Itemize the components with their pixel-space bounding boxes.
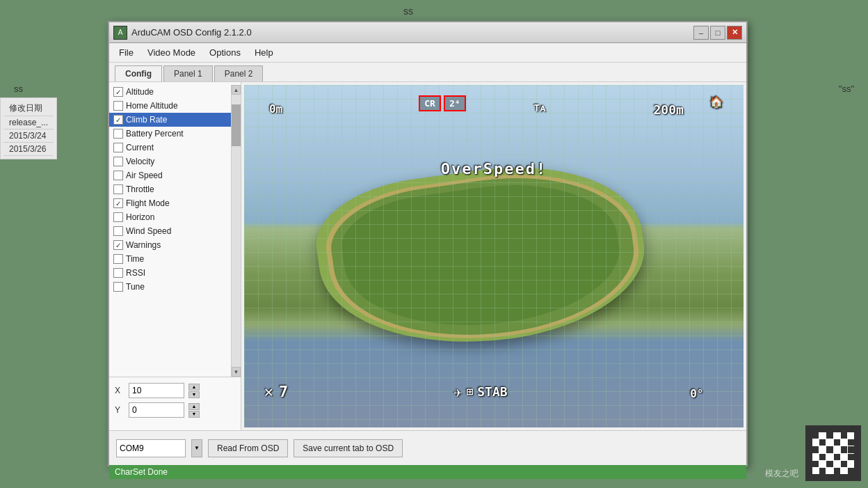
config-item-current[interactable]: Current [109, 141, 241, 155]
checkbox-air-speed[interactable] [113, 171, 123, 180]
hud-box-val: 2⁴ [444, 95, 466, 111]
restore-button[interactable]: □ [710, 26, 725, 40]
checkbox-horizon[interactable] [113, 212, 123, 222]
x-spinner: ▲ ▼ [188, 384, 200, 398]
config-item-horizon[interactable]: Horizon [109, 210, 241, 224]
x-input[interactable] [129, 383, 184, 398]
checkbox-tune[interactable] [113, 282, 123, 292]
hud-ta-label: Tᴀ [533, 102, 545, 113]
main-content: ✓ Altitude Home Altitude ✓ Climb Rate Ba… [109, 82, 746, 430]
tab-panel1[interactable]: Panel 1 [163, 65, 213, 81]
menu-file[interactable]: File [112, 45, 140, 61]
checkbox-flight-mode[interactable]: ✓ [113, 198, 123, 208]
hud-overspeed: OverSpeed! [441, 160, 547, 178]
scroll-up[interactable]: ▲ [232, 85, 241, 95]
y-spinner: ▲ ▼ [188, 403, 200, 418]
checkbox-climb-rate[interactable]: ✓ [113, 115, 123, 125]
hud-cross-icon: ✕ [264, 383, 273, 400]
menu-bar: File Video Mode Options Help [109, 43, 746, 63]
hud-top-distance: 200m [653, 102, 683, 117]
checkbox-rssi[interactable] [113, 268, 123, 278]
config-item-wind-speed[interactable]: Wind Speed [109, 224, 241, 238]
hud-top-boxes: CR 2⁴ [419, 95, 465, 111]
x-label: X [115, 386, 124, 395]
window-title: ArduCAM OSD Config 2.1.2.0 [131, 27, 252, 38]
hud-box-cr: CR [419, 95, 441, 111]
checkbox-home-altitude[interactable] [113, 101, 123, 111]
com-port-input[interactable] [116, 439, 186, 457]
bg-table: 修改日期 release_... 2015/3/24 2015/3/26 [0, 97, 57, 159]
checkbox-battery-percent[interactable] [113, 129, 123, 139]
com-dropdown[interactable]: ▼ [191, 439, 202, 457]
app-icon: A [113, 26, 127, 40]
y-increment[interactable]: ▲ [188, 403, 200, 410]
tab-config[interactable]: Config [115, 65, 162, 81]
scrollbar-thumb[interactable] [232, 104, 241, 146]
bg-table-row1-label: release_... [3, 116, 54, 129]
x-decrement[interactable]: ▼ [188, 391, 200, 398]
config-item-warnings[interactable]: ✓ Warnings [109, 238, 241, 252]
hud-bottom-left: ✕ 7 [264, 383, 289, 400]
app-window: A ArduCAM OSD Config 2.1.2.0 – □ ✕ File … [108, 21, 748, 466]
bg-table-row1: 2015/3/24 [3, 129, 54, 143]
hud-plane-icon: ✈ [454, 384, 463, 400]
scroll-down[interactable]: ▼ [232, 367, 241, 377]
y-input[interactable] [129, 402, 184, 418]
checkbox-throttle[interactable] [113, 184, 123, 194]
checkbox-current[interactable] [113, 143, 123, 152]
hud-altitude: 0m [269, 102, 282, 116]
osd-preview: 0m CR 2⁴ Tᴀ 200m 🏠 OverSpeed! ✕ 7 [244, 85, 744, 427]
config-item-velocity[interactable]: Velocity [109, 155, 241, 168]
scrollbar[interactable]: ▲ ▼ [231, 85, 241, 377]
config-item-flight-mode[interactable]: ✓ Flight Mode [109, 196, 241, 210]
hud-bottom-center: ✈ ⊞ STAB [454, 384, 508, 400]
window-controls: – □ ✕ [693, 26, 742, 40]
read-from-osd-button[interactable]: Read From OSD [208, 439, 288, 457]
config-list: ✓ Altitude Home Altitude ✓ Climb Rate Ba… [109, 85, 241, 377]
coordinates-section: X ▲ ▼ Y ▲ ▼ [109, 377, 241, 427]
checkbox-time[interactable] [113, 254, 123, 264]
hud-flight-mode: STAB [477, 384, 507, 399]
hud-throttle-val: 7 [279, 383, 288, 400]
config-item-throttle[interactable]: Throttle [109, 182, 241, 196]
config-item-rssi[interactable]: RSSI [109, 266, 241, 280]
checkbox-altitude[interactable]: ✓ [113, 87, 123, 97]
bg-table-header: 修改日期 [3, 101, 54, 116]
y-label: Y [115, 405, 124, 415]
config-panel: ✓ Altitude Home Altitude ✓ Climb Rate Ba… [109, 82, 241, 430]
bg-text-left: ss [14, 84, 23, 94]
title-bar: A ArduCAM OSD Config 2.1.2.0 – □ ✕ [109, 22, 746, 43]
config-item-time[interactable]: Time [109, 252, 241, 266]
config-item-air-speed[interactable]: Air Speed [109, 168, 241, 182]
hud-heading: 0° [690, 387, 703, 400]
x-increment[interactable]: ▲ [188, 384, 200, 391]
checkbox-velocity[interactable] [113, 157, 123, 166]
menu-help[interactable]: Help [248, 45, 280, 61]
checkbox-warnings[interactable]: ✓ [113, 240, 123, 250]
config-item-battery-percent[interactable]: Battery Percent [109, 127, 241, 141]
watermark: 模友之吧 [765, 468, 798, 480]
y-decrement[interactable]: ▼ [188, 411, 200, 418]
x-coord-row: X ▲ ▼ [115, 383, 235, 398]
tab-bar: Config Panel 1 Panel 2 [109, 63, 746, 82]
bottom-bar: ▼ Read From OSD Save current tab to OSD [109, 430, 746, 465]
save-to-osd-button[interactable]: Save current tab to OSD [294, 439, 403, 457]
qr-code-area [805, 425, 861, 481]
config-item-altitude[interactable]: ✓ Altitude [109, 85, 241, 99]
minimize-button[interactable]: – [693, 26, 709, 40]
qr-code [812, 432, 854, 474]
checkbox-wind-speed[interactable] [113, 226, 123, 236]
status-text: CharSet Done [115, 467, 168, 477]
close-button[interactable]: ✕ [727, 26, 742, 40]
config-item-tune[interactable]: Tune [109, 280, 241, 294]
config-item-home-altitude[interactable]: Home Altitude [109, 99, 241, 113]
menu-video-mode[interactable]: Video Mode [140, 45, 202, 61]
y-coord-row: Y ▲ ▼ [115, 402, 235, 418]
bg-text-right: "ss" [839, 84, 854, 94]
hud-mode-icon: ⊞ [467, 385, 474, 398]
menu-options[interactable]: Options [202, 45, 248, 61]
tab-panel2[interactable]: Panel 2 [214, 65, 264, 81]
status-bar: CharSet Done [109, 465, 746, 479]
config-item-climb-rate[interactable]: ✓ Climb Rate [109, 113, 241, 127]
bg-text-top: ss [403, 6, 413, 17]
